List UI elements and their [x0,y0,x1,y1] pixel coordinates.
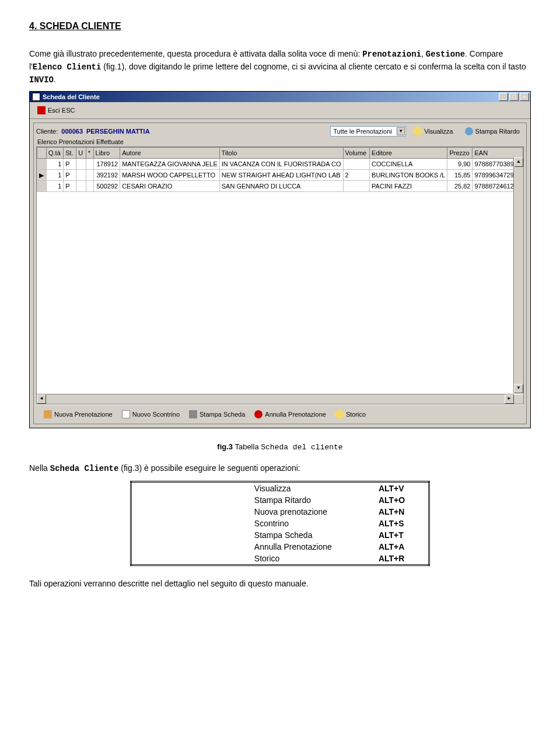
new-booking-icon [44,410,52,418]
client-label: Cliente: [36,128,58,135]
diamond-icon [412,125,424,137]
cell-volume [343,181,370,192]
window-titlebar[interactable]: Scheda del Cliente _ □ × [30,92,530,102]
receipt-icon [122,410,130,418]
op-shortcut: ALT+V [355,482,429,495]
prenotazioni-grid[interactable]: Q.tà St. U * Libro Autore Titolo Volume … [37,147,523,192]
text: Nella [29,463,50,473]
storico-label: Storico [346,411,366,418]
cell-u [76,170,86,181]
op-label: Stampa Ritardo [231,494,355,506]
operations-table: Visualizza ALT+V Stampa Ritardo ALT+O Nu… [130,481,430,566]
cell-u [76,181,86,192]
stampa-ritardo-button[interactable]: Stampa Ritardo [461,125,524,137]
nuovo-scontrino-button[interactable]: Nuovo Scontrino [118,408,184,420]
col-editore[interactable]: Editore [370,148,447,159]
top-toolbar: Esci ESC [30,102,530,119]
table-row[interactable]: 1 P 500292 CESARI ORAZIO SAN GENNARO DI … [37,181,523,192]
scroll-corner [514,394,523,404]
col-ean[interactable]: EAN [473,148,523,159]
col-libro[interactable]: Libro [93,148,120,159]
cell-u [76,159,86,170]
minimize-button[interactable]: _ [499,93,508,101]
hourglass-icon [465,127,473,135]
grid-heading: Elenco Prenotazioni Effettuate [37,138,524,145]
menu-prenotazioni: Prenotazioni [362,50,421,59]
vertical-scrollbar[interactable]: ▲ ▼ [513,158,523,393]
text: (fig.1), dove digitando le prime lettere… [101,62,526,71]
scroll-left-icon[interactable]: ◄ [37,394,46,404]
op-label: Visualizza [231,482,355,495]
esci-button[interactable]: Esci ESC [33,104,79,116]
text: . [54,75,56,84]
horizontal-scrollbar[interactable]: ◄ ► [37,394,514,404]
op-label: Storico [231,553,355,565]
client-name: PERSEGHIN MATTIA [86,128,150,135]
table-row[interactable]: 1 P 178912 MANTEGAZZA GIOVANNA JELE IN V… [37,159,523,170]
closing-paragraph: Tali operazioni verranno descritte nel d… [29,578,531,590]
cell-star [86,170,93,181]
annulla-prenotazione-label: Annulla Prenotazione [265,411,326,418]
cell-st: P [64,181,76,192]
scheda-cliente-ref: Scheda Cliente [50,464,119,473]
inner-panel: Cliente: 000063 PERSEGHIN MATTIA Tutte l… [33,123,527,424]
op-shortcut: ALT+T [355,529,429,541]
op-shortcut: ALT+R [355,553,429,565]
menu-gestione: Gestione [426,50,465,59]
storico-button[interactable]: Storico [331,408,370,420]
op-shortcut: ALT+O [355,494,429,506]
col-volume[interactable]: Volume [343,148,370,159]
scroll-down-icon[interactable]: ▼ [514,384,523,393]
col-titolo[interactable]: Titolo [219,148,343,159]
cell-autore: CESARI ORAZIO [120,181,220,192]
op-shortcut: ALT+N [355,506,429,518]
col-marker [37,148,47,159]
exit-icon [37,106,46,114]
maximize-button[interactable]: □ [509,93,519,101]
table-row[interactable]: ▶ 1 P 392192 MARSH WOOD CAPPELLETTO NEW … [37,170,523,181]
cell-volume: 2 [343,170,370,181]
text: Come già illustrato precedentemente, que… [29,49,362,58]
window-scheda-cliente: Scheda del Cliente _ □ × Esci ESC Client… [29,91,531,428]
stampa-scheda-button[interactable]: Stampa Scheda [185,408,249,420]
diamond-icon [334,408,345,420]
cell-star [86,181,93,192]
cell-prezzo: 25,82 [447,181,473,192]
intro-paragraph: Come già illustrato precedentemente, que… [29,48,531,86]
cell-autore: MARSH WOOD CAPPELLETTO [120,170,220,181]
annulla-prenotazione-button[interactable]: Annulla Prenotazione [250,408,330,420]
scroll-right-icon[interactable]: ► [505,394,514,404]
client-row: Cliente: 000063 PERSEGHIN MATTIA Tutte l… [36,125,524,137]
col-u[interactable]: U [76,148,86,159]
op-shortcut: ALT+S [355,518,429,529]
cell-qta: 1 [46,159,63,170]
stampa-scheda-label: Stampa Scheda [200,411,245,418]
cell-star [86,159,93,170]
scroll-up-icon[interactable]: ▲ [514,158,523,167]
col-st[interactable]: St. [64,148,76,159]
cell-st: P [64,170,76,181]
row-marker: ▶ [37,170,47,181]
stampa-ritardo-label: Stampa Ritardo [475,128,520,135]
col-qta[interactable]: Q.tà [46,148,63,159]
filter-combo[interactable]: Tutte le Prenotazioni ▼ [330,126,406,137]
cell-autore: MANTEGAZZA GIOVANNA JELE [120,159,220,170]
grid-container: Q.tà St. U * Libro Autore Titolo Volume … [36,146,524,404]
cancel-icon [254,410,262,418]
close-button[interactable]: × [520,93,529,101]
cell-libro: 500292 [93,181,120,192]
nuova-prenotazione-button[interactable]: Nuova Prenotazione [40,408,117,420]
op-shortcut: ALT+A [355,541,429,553]
col-star[interactable]: * [86,148,93,159]
col-prezzo[interactable]: Prezzo [447,148,473,159]
cell-editore: PACINI FAZZI [370,181,447,192]
figure-caption: fig.3 Tabella Scheda del cliente [29,442,531,452]
visualizza-button[interactable]: Visualizza [410,125,457,137]
col-autore[interactable]: Autore [120,148,220,159]
caption-fig: fig.3 [217,442,233,451]
cell-titolo: NEW STRAIGHT AHEAD LIGHT(NO LAB [219,170,343,181]
row-marker [37,181,47,192]
cell-qta: 1 [46,170,63,181]
text: , [421,49,426,58]
op-label: Stampa Scheda [231,529,355,541]
